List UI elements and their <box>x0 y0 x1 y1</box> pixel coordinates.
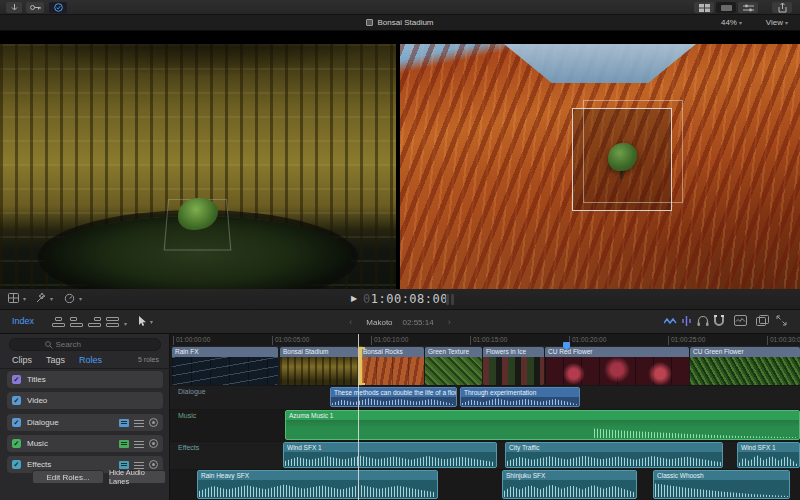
role-settings-icon[interactable] <box>149 439 158 448</box>
transport-bar: ▾ ▾ ▾ ▶ 01:00:08:00 <box>0 289 800 310</box>
audio-clip[interactable]: Wind SFX 1 <box>283 442 497 468</box>
video-clip-thumbnails <box>545 357 689 385</box>
skimming-toggle[interactable] <box>664 315 677 327</box>
playhead[interactable] <box>358 334 359 500</box>
share-button[interactable] <box>772 2 792 13</box>
role-checkbox[interactable]: ✓ <box>12 439 21 448</box>
viewer-zoom-menu[interactable]: 44%▾ <box>721 18 742 27</box>
audio-clip[interactable]: Wind SFX 1 <box>737 442 800 468</box>
view-settings-button[interactable] <box>738 2 758 13</box>
snapping-toggle[interactable] <box>713 315 725 327</box>
audio-clip[interactable]: Rain Heavy SFX <box>197 470 438 499</box>
video-clip[interactable]: CU Green Flower <box>690 347 800 385</box>
tab-clips[interactable]: Clips <box>12 355 32 365</box>
audio-clip[interactable]: Azuma Music 1 <box>285 410 800 440</box>
role-controls <box>119 439 158 448</box>
audio-skimming-icon <box>681 315 692 327</box>
video-clip-thumbnails <box>425 357 482 385</box>
role-name: Titles <box>27 375 158 384</box>
retime-menu[interactable]: ▾ <box>64 293 82 303</box>
role-checkbox[interactable]: ✓ <box>12 418 21 427</box>
audio-skimming-toggle[interactable] <box>681 315 692 327</box>
subroles-icon[interactable] <box>134 440 144 448</box>
role-row-music[interactable]: ✓Music <box>7 435 163 452</box>
sky-shape <box>400 44 800 83</box>
lane-label-music: Music <box>178 412 196 419</box>
role-settings-icon[interactable] <box>149 418 158 427</box>
video-clip-title: Green Texture <box>425 347 482 357</box>
cube-frame-shape <box>572 108 672 211</box>
video-clip[interactable]: Bonsai Stadium <box>280 347 358 385</box>
audio-clip[interactable]: Through experimentation <box>460 387 580 407</box>
role-checkbox[interactable]: ✓ <box>12 375 21 384</box>
solo-toggle[interactable] <box>697 315 709 327</box>
ruler-tick: 01:00:15:00 <box>473 336 507 343</box>
subroles-icon[interactable] <box>134 419 144 427</box>
enhancements-menu[interactable]: ▾ <box>36 293 53 303</box>
role-controls <box>119 418 158 427</box>
video-clip[interactable]: Bonsai Rocks <box>360 347 424 385</box>
browser-view-button[interactable] <box>694 2 714 13</box>
clip-appearance-button[interactable] <box>734 315 747 326</box>
audio-meter-right[interactable] <box>451 294 454 305</box>
role-row-dialogue[interactable]: ✓Dialogue <box>7 414 163 431</box>
main-viewer-image[interactable] <box>400 44 800 289</box>
waveform-area <box>503 480 636 498</box>
audio-clip-title: Shinjuku SFX <box>503 471 636 480</box>
role-row-titles[interactable]: ✓Titles <box>7 371 163 388</box>
audio-clip[interactable]: These methods can double the life of a f… <box>330 387 457 407</box>
role-row-video[interactable]: ✓Video <box>7 392 163 409</box>
ruler-tick: 01:00:20:00 <box>572 336 606 343</box>
import-button[interactable] <box>6 2 22 13</box>
timeline-area[interactable]: 01:00:00:0001:00:05:0001:00:10:0001:00:1… <box>170 334 800 500</box>
import-down-arrow-icon <box>11 4 18 12</box>
event-viewer-image[interactable] <box>0 44 396 289</box>
video-clip[interactable]: Flowers in Ice <box>483 347 544 385</box>
selected-edit-edge[interactable] <box>359 347 362 385</box>
video-clip[interactable]: Green Texture <box>425 347 482 385</box>
audio-clip[interactable]: City Traffic <box>505 442 723 468</box>
tab-roles[interactable]: Roles <box>79 355 102 365</box>
sliders-icon <box>743 4 754 12</box>
expand-button[interactable] <box>776 315 787 326</box>
audio-lane-icon[interactable] <box>119 440 129 448</box>
search-input[interactable] <box>56 340 126 349</box>
index-panel-icon <box>756 315 769 326</box>
tab-tags[interactable]: Tags <box>46 355 65 365</box>
roles-count: 5 roles <box>138 356 159 363</box>
search-field[interactable] <box>9 338 161 351</box>
audio-clip[interactable]: Classic Whoosh <box>653 470 790 499</box>
play-button[interactable]: ▶ <box>351 294 357 303</box>
role-name: Effects <box>27 460 119 469</box>
video-clip-title: Bonsai Rocks <box>360 347 424 357</box>
audio-clip-title: These methods can double the life of a f… <box>331 388 456 397</box>
hide-audio-lanes-button[interactable]: Hide Audio Lanes <box>108 470 166 484</box>
waveform-area <box>461 397 579 406</box>
video-clip-title: CU Green Flower <box>690 347 800 357</box>
video-clip-title: Bonsai Stadium <box>280 347 358 357</box>
waveform <box>504 482 635 497</box>
role-checkbox[interactable]: ✓ <box>12 460 21 469</box>
snapping-magnet-icon <box>713 315 725 327</box>
video-clip[interactable]: Rain FX <box>172 347 278 385</box>
video-clip[interactable]: CU Red Flower <box>545 347 689 385</box>
viewer-area <box>0 31 800 289</box>
index-panel-button[interactable] <box>756 315 769 326</box>
viewer-display-menu[interactable]: ▾ <box>8 293 26 303</box>
history-forward-button[interactable]: › <box>448 317 451 327</box>
audio-clip-title: Wind SFX 1 <box>738 443 799 452</box>
keyword-button[interactable] <box>26 2 44 13</box>
filmstrip-view-button[interactable] <box>716 2 736 13</box>
timeline-ruler[interactable]: 01:00:00:0001:00:05:0001:00:10:0001:00:1… <box>170 334 800 347</box>
role-checkbox[interactable]: ✓ <box>12 396 21 405</box>
history-back-button[interactable]: ‹ <box>349 317 352 327</box>
edit-roles-button[interactable]: Edit Roles... <box>32 470 104 484</box>
audio-clip[interactable]: Shinjuku SFX <box>502 470 637 499</box>
audio-lane-icon[interactable] <box>119 419 129 427</box>
audio-meter-left[interactable] <box>446 294 449 305</box>
viewer-view-menu[interactable]: View▾ <box>766 18 788 27</box>
lane-label-dialogue: Dialogue <box>178 388 206 395</box>
waveform <box>739 453 798 466</box>
video-clip-title: Rain FX <box>172 347 278 357</box>
background-tasks-button[interactable] <box>49 2 67 13</box>
